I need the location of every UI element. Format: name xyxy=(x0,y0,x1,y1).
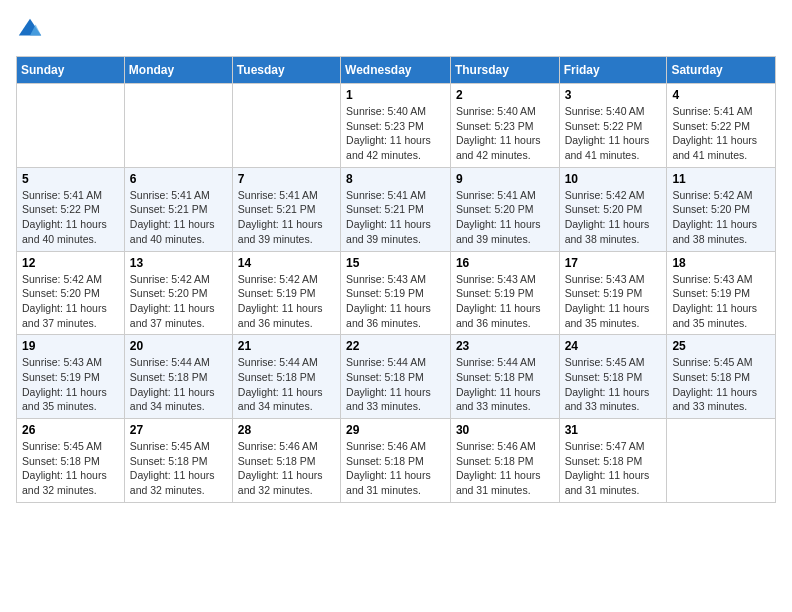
calendar-cell: 9Sunrise: 5:41 AM Sunset: 5:20 PM Daylig… xyxy=(450,167,559,251)
day-header-tuesday: Tuesday xyxy=(232,57,340,84)
day-number: 11 xyxy=(672,172,770,186)
day-info: Sunrise: 5:45 AM Sunset: 5:18 PM Dayligh… xyxy=(565,355,662,414)
day-info: Sunrise: 5:40 AM Sunset: 5:23 PM Dayligh… xyxy=(456,104,554,163)
day-number: 14 xyxy=(238,256,335,270)
day-info: Sunrise: 5:46 AM Sunset: 5:18 PM Dayligh… xyxy=(456,439,554,498)
day-number: 25 xyxy=(672,339,770,353)
calendar-cell: 8Sunrise: 5:41 AM Sunset: 5:21 PM Daylig… xyxy=(341,167,451,251)
day-number: 5 xyxy=(22,172,119,186)
calendar-cell xyxy=(232,84,340,168)
calendar-cell: 5Sunrise: 5:41 AM Sunset: 5:22 PM Daylig… xyxy=(17,167,125,251)
calendar-cell: 31Sunrise: 5:47 AM Sunset: 5:18 PM Dayli… xyxy=(559,419,667,503)
calendar-week-row: 12Sunrise: 5:42 AM Sunset: 5:20 PM Dayli… xyxy=(17,251,776,335)
calendar-cell xyxy=(124,84,232,168)
calendar-cell: 19Sunrise: 5:43 AM Sunset: 5:19 PM Dayli… xyxy=(17,335,125,419)
calendar-cell: 11Sunrise: 5:42 AM Sunset: 5:20 PM Dayli… xyxy=(667,167,776,251)
page-header xyxy=(16,16,776,44)
day-number: 23 xyxy=(456,339,554,353)
calendar-cell: 13Sunrise: 5:42 AM Sunset: 5:20 PM Dayli… xyxy=(124,251,232,335)
day-number: 8 xyxy=(346,172,445,186)
calendar-cell: 26Sunrise: 5:45 AM Sunset: 5:18 PM Dayli… xyxy=(17,419,125,503)
calendar-cell: 25Sunrise: 5:45 AM Sunset: 5:18 PM Dayli… xyxy=(667,335,776,419)
day-info: Sunrise: 5:43 AM Sunset: 5:19 PM Dayligh… xyxy=(456,272,554,331)
day-number: 20 xyxy=(130,339,227,353)
day-header-sunday: Sunday xyxy=(17,57,125,84)
day-number: 6 xyxy=(130,172,227,186)
day-number: 24 xyxy=(565,339,662,353)
logo-icon xyxy=(16,16,44,44)
calendar-week-row: 26Sunrise: 5:45 AM Sunset: 5:18 PM Dayli… xyxy=(17,419,776,503)
day-header-thursday: Thursday xyxy=(450,57,559,84)
calendar-cell: 6Sunrise: 5:41 AM Sunset: 5:21 PM Daylig… xyxy=(124,167,232,251)
calendar-cell: 15Sunrise: 5:43 AM Sunset: 5:19 PM Dayli… xyxy=(341,251,451,335)
day-info: Sunrise: 5:42 AM Sunset: 5:20 PM Dayligh… xyxy=(565,188,662,247)
day-number: 22 xyxy=(346,339,445,353)
calendar-cell: 29Sunrise: 5:46 AM Sunset: 5:18 PM Dayli… xyxy=(341,419,451,503)
day-info: Sunrise: 5:42 AM Sunset: 5:20 PM Dayligh… xyxy=(130,272,227,331)
calendar-cell xyxy=(17,84,125,168)
day-number: 17 xyxy=(565,256,662,270)
calendar-cell: 7Sunrise: 5:41 AM Sunset: 5:21 PM Daylig… xyxy=(232,167,340,251)
day-info: Sunrise: 5:44 AM Sunset: 5:18 PM Dayligh… xyxy=(238,355,335,414)
logo xyxy=(16,16,48,44)
day-number: 3 xyxy=(565,88,662,102)
day-info: Sunrise: 5:41 AM Sunset: 5:20 PM Dayligh… xyxy=(456,188,554,247)
day-number: 4 xyxy=(672,88,770,102)
day-info: Sunrise: 5:41 AM Sunset: 5:21 PM Dayligh… xyxy=(238,188,335,247)
calendar-cell: 14Sunrise: 5:42 AM Sunset: 5:19 PM Dayli… xyxy=(232,251,340,335)
day-number: 15 xyxy=(346,256,445,270)
calendar-cell: 24Sunrise: 5:45 AM Sunset: 5:18 PM Dayli… xyxy=(559,335,667,419)
day-info: Sunrise: 5:42 AM Sunset: 5:19 PM Dayligh… xyxy=(238,272,335,331)
day-info: Sunrise: 5:44 AM Sunset: 5:18 PM Dayligh… xyxy=(346,355,445,414)
day-number: 21 xyxy=(238,339,335,353)
calendar-cell: 27Sunrise: 5:45 AM Sunset: 5:18 PM Dayli… xyxy=(124,419,232,503)
day-info: Sunrise: 5:46 AM Sunset: 5:18 PM Dayligh… xyxy=(238,439,335,498)
calendar-cell: 12Sunrise: 5:42 AM Sunset: 5:20 PM Dayli… xyxy=(17,251,125,335)
day-number: 7 xyxy=(238,172,335,186)
day-info: Sunrise: 5:41 AM Sunset: 5:22 PM Dayligh… xyxy=(672,104,770,163)
day-number: 18 xyxy=(672,256,770,270)
day-info: Sunrise: 5:47 AM Sunset: 5:18 PM Dayligh… xyxy=(565,439,662,498)
day-number: 19 xyxy=(22,339,119,353)
calendar-header-row: SundayMondayTuesdayWednesdayThursdayFrid… xyxy=(17,57,776,84)
calendar-week-row: 19Sunrise: 5:43 AM Sunset: 5:19 PM Dayli… xyxy=(17,335,776,419)
day-info: Sunrise: 5:41 AM Sunset: 5:21 PM Dayligh… xyxy=(130,188,227,247)
day-number: 1 xyxy=(346,88,445,102)
day-info: Sunrise: 5:42 AM Sunset: 5:20 PM Dayligh… xyxy=(672,188,770,247)
day-info: Sunrise: 5:46 AM Sunset: 5:18 PM Dayligh… xyxy=(346,439,445,498)
day-info: Sunrise: 5:41 AM Sunset: 5:21 PM Dayligh… xyxy=(346,188,445,247)
day-number: 16 xyxy=(456,256,554,270)
day-info: Sunrise: 5:44 AM Sunset: 5:18 PM Dayligh… xyxy=(130,355,227,414)
day-number: 2 xyxy=(456,88,554,102)
day-info: Sunrise: 5:40 AM Sunset: 5:23 PM Dayligh… xyxy=(346,104,445,163)
day-header-friday: Friday xyxy=(559,57,667,84)
calendar-cell: 18Sunrise: 5:43 AM Sunset: 5:19 PM Dayli… xyxy=(667,251,776,335)
calendar-cell xyxy=(667,419,776,503)
calendar-cell: 10Sunrise: 5:42 AM Sunset: 5:20 PM Dayli… xyxy=(559,167,667,251)
day-header-monday: Monday xyxy=(124,57,232,84)
day-info: Sunrise: 5:44 AM Sunset: 5:18 PM Dayligh… xyxy=(456,355,554,414)
day-info: Sunrise: 5:45 AM Sunset: 5:18 PM Dayligh… xyxy=(130,439,227,498)
calendar-cell: 23Sunrise: 5:44 AM Sunset: 5:18 PM Dayli… xyxy=(450,335,559,419)
calendar-cell: 20Sunrise: 5:44 AM Sunset: 5:18 PM Dayli… xyxy=(124,335,232,419)
calendar-cell: 1Sunrise: 5:40 AM Sunset: 5:23 PM Daylig… xyxy=(341,84,451,168)
calendar-cell: 17Sunrise: 5:43 AM Sunset: 5:19 PM Dayli… xyxy=(559,251,667,335)
day-number: 27 xyxy=(130,423,227,437)
day-header-wednesday: Wednesday xyxy=(341,57,451,84)
day-number: 13 xyxy=(130,256,227,270)
day-number: 28 xyxy=(238,423,335,437)
day-info: Sunrise: 5:45 AM Sunset: 5:18 PM Dayligh… xyxy=(672,355,770,414)
day-number: 26 xyxy=(22,423,119,437)
day-info: Sunrise: 5:41 AM Sunset: 5:22 PM Dayligh… xyxy=(22,188,119,247)
calendar-cell: 28Sunrise: 5:46 AM Sunset: 5:18 PM Dayli… xyxy=(232,419,340,503)
calendar-cell: 30Sunrise: 5:46 AM Sunset: 5:18 PM Dayli… xyxy=(450,419,559,503)
calendar-week-row: 5Sunrise: 5:41 AM Sunset: 5:22 PM Daylig… xyxy=(17,167,776,251)
day-info: Sunrise: 5:43 AM Sunset: 5:19 PM Dayligh… xyxy=(346,272,445,331)
day-number: 10 xyxy=(565,172,662,186)
calendar-table: SundayMondayTuesdayWednesdayThursdayFrid… xyxy=(16,56,776,503)
day-number: 12 xyxy=(22,256,119,270)
calendar-week-row: 1Sunrise: 5:40 AM Sunset: 5:23 PM Daylig… xyxy=(17,84,776,168)
calendar-cell: 16Sunrise: 5:43 AM Sunset: 5:19 PM Dayli… xyxy=(450,251,559,335)
calendar-cell: 4Sunrise: 5:41 AM Sunset: 5:22 PM Daylig… xyxy=(667,84,776,168)
calendar-cell: 3Sunrise: 5:40 AM Sunset: 5:22 PM Daylig… xyxy=(559,84,667,168)
